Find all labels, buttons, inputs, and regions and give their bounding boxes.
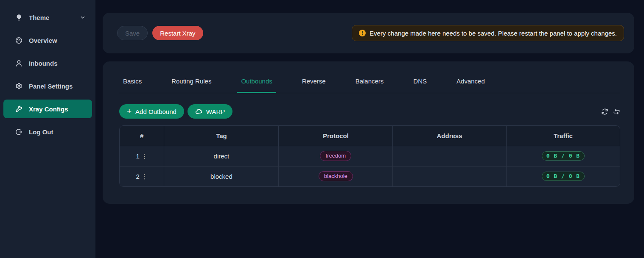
- wrench-icon: [15, 105, 22, 113]
- sidebar-item-label: Panel Settings: [29, 83, 85, 90]
- tag-cell: direct: [164, 146, 279, 166]
- sidebar-item-panel-settings[interactable]: Panel Settings: [3, 77, 92, 95]
- sidebar-item-label: Xray Configs: [29, 105, 85, 113]
- refresh-button[interactable]: [601, 108, 608, 115]
- sidebar-item-inbounds[interactable]: Inbounds: [3, 54, 92, 72]
- traffic-badge: 0 B / 0 B: [542, 151, 585, 161]
- tab-basics[interactable]: Basics: [119, 77, 146, 93]
- table-row: 2 ⋮ blocked blackhole 0 B / 0 B: [120, 166, 620, 186]
- sync-icon: [601, 108, 608, 115]
- tab-outbounds[interactable]: Outbounds: [237, 77, 276, 93]
- column-header-traffic: Traffic: [506, 126, 620, 146]
- sidebar-item-overview[interactable]: Overview: [3, 31, 92, 50]
- row-menu-icon[interactable]: ⋮: [141, 173, 148, 180]
- sidebar: Theme Overview Inbounds Panel Settings X…: [0, 0, 95, 258]
- save-button[interactable]: Save: [117, 26, 148, 40]
- protocol-badge: freedom: [320, 151, 351, 161]
- table-header-row: # Tag Protocol Address Traffic: [120, 126, 620, 146]
- compact-view-button[interactable]: [613, 108, 620, 115]
- protocol-badge: blackhole: [319, 171, 353, 181]
- address-cell: [393, 166, 507, 186]
- unsaved-changes-alert: ! Every change made here needs to be sav…: [352, 25, 624, 41]
- chevron-down-icon: [80, 15, 85, 20]
- sidebar-item-xray-configs[interactable]: Xray Configs: [3, 100, 92, 118]
- sidebar-item-label: Overview: [29, 37, 85, 44]
- actions-row: + Add Outbound WARP: [119, 104, 620, 119]
- sidebar-item-label: Theme: [29, 14, 80, 21]
- row-menu-icon[interactable]: ⋮: [141, 153, 148, 159]
- add-outbound-button[interactable]: + Add Outbound: [119, 104, 184, 119]
- sidebar-item-label: Inbounds: [29, 60, 85, 67]
- dashboard-icon: [15, 37, 22, 44]
- xray-configs-card: Basics Routing Rules Outbounds Reverse B…: [103, 61, 634, 204]
- warning-icon: !: [359, 30, 366, 36]
- column-header-index: #: [120, 126, 164, 146]
- cloud-icon: [195, 108, 202, 115]
- traffic-badge: 0 B / 0 B: [542, 172, 585, 181]
- repeat-icon: [613, 108, 620, 115]
- main-content: Save Restart Xray ! Every change made he…: [95, 0, 644, 258]
- toolbar-card: Save Restart Xray ! Every change made he…: [103, 13, 634, 53]
- row-index: 2: [136, 173, 140, 180]
- outbounds-table: # Tag Protocol Address Traffic 1 ⋮: [119, 125, 620, 187]
- alert-text: Every change made here needs to be saved…: [370, 30, 617, 37]
- tab-advanced[interactable]: Advanced: [453, 77, 489, 93]
- tab-reverse[interactable]: Reverse: [298, 77, 330, 93]
- user-icon: [15, 60, 22, 67]
- restart-xray-button[interactable]: Restart Xray: [152, 26, 203, 40]
- add-outbound-label: Add Outbound: [135, 108, 176, 115]
- tab-routing-rules[interactable]: Routing Rules: [168, 77, 215, 93]
- warp-label: WARP: [206, 108, 225, 115]
- config-tabs: Basics Routing Rules Outbounds Reverse B…: [119, 77, 620, 93]
- tab-balancers[interactable]: Balancers: [352, 77, 388, 93]
- column-header-tag: Tag: [164, 126, 279, 146]
- column-header-protocol: Protocol: [279, 126, 393, 146]
- address-cell: [393, 146, 507, 166]
- row-index: 1: [136, 153, 140, 160]
- tag-cell: blocked: [164, 166, 279, 186]
- column-header-address: Address: [393, 126, 507, 146]
- warp-button[interactable]: WARP: [188, 104, 232, 119]
- sidebar-item-label: Log Out: [29, 128, 85, 136]
- sidebar-item-log-out[interactable]: Log Out: [3, 122, 92, 141]
- gear-icon: [15, 83, 22, 90]
- table-row: 1 ⋮ direct freedom 0 B / 0 B: [120, 146, 620, 166]
- bulb-icon: [15, 14, 22, 21]
- plus-icon: +: [127, 107, 132, 115]
- sidebar-item-theme[interactable]: Theme: [3, 8, 92, 27]
- logout-icon: [15, 128, 22, 136]
- tab-dns[interactable]: DNS: [409, 77, 431, 93]
